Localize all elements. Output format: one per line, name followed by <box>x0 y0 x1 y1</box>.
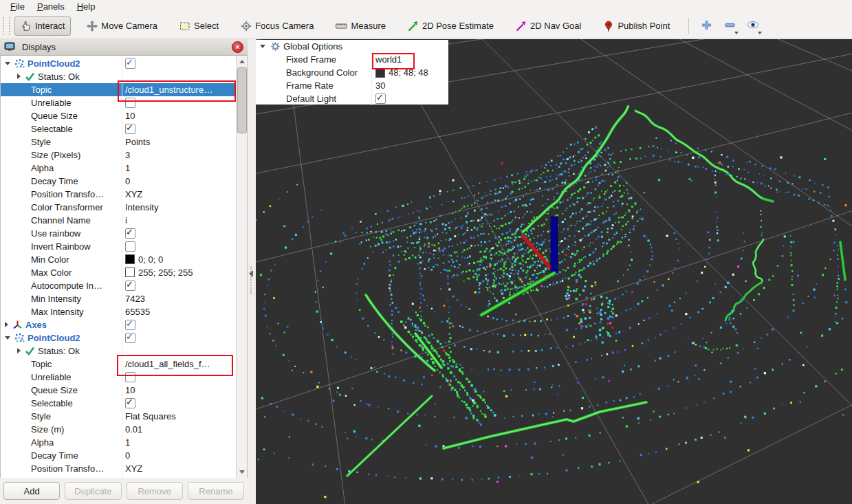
property-value[interactable]: 1 <box>125 437 130 448</box>
row-value-cell[interactable] <box>122 57 237 70</box>
checkbox-checked[interactable] <box>125 281 135 291</box>
tree-row-use-rainbow[interactable]: Use rainbow <box>1 227 237 240</box>
row-value-cell[interactable] <box>122 122 237 135</box>
displays-panel-titlebar[interactable]: Displays × <box>0 39 248 56</box>
property-value[interactable]: 0 <box>125 176 130 186</box>
tree-row-pointcloud2[interactable]: PointCloud2 <box>1 331 237 344</box>
tool-nav-goal[interactable]: 2D Nav Goal <box>510 17 587 36</box>
property-value[interactable]: 0 <box>125 450 130 461</box>
tree-row-alpha[interactable]: Alpha1 <box>1 436 237 449</box>
checkbox-unchecked[interactable] <box>125 98 135 108</box>
row-value-cell[interactable]: Intensity <box>122 201 237 214</box>
row-value-cell[interactable]: 0 <box>122 175 237 188</box>
menu-item-file[interactable]: File <box>4 1 31 12</box>
tree-row-selectable[interactable]: Selectable <box>1 397 237 410</box>
scroll-up-button[interactable] <box>237 56 247 67</box>
checkbox-checked[interactable] <box>125 320 135 330</box>
row-value-cell[interactable]: 10 <box>122 109 237 122</box>
tree-row-position-transfo-[interactable]: Position Transfo…XYZ <box>1 188 237 201</box>
tool-measure[interactable]: Measure <box>329 17 392 36</box>
viewport-canvas[interactable] <box>256 39 852 504</box>
row-value-cell[interactable] <box>122 397 237 410</box>
scrollbar-thumb[interactable] <box>237 67 247 133</box>
color-swatch[interactable] <box>375 68 385 78</box>
tree-row-autocompute-in-[interactable]: Autocompute In… <box>1 279 237 292</box>
checkbox-checked[interactable] <box>125 228 135 239</box>
row-value-cell[interactable]: 0.01 <box>122 423 237 436</box>
checkbox-checked[interactable] <box>125 124 135 134</box>
row-value-cell[interactable] <box>122 279 237 292</box>
tool-focus-camera[interactable]: Focus Camera <box>234 17 320 36</box>
tree-row-topic[interactable]: Topic/cloud1_all_fields_f… <box>1 358 237 371</box>
row-value-cell[interactable]: Intensity <box>122 475 237 478</box>
tool-pose-estimate[interactable]: 2D Pose Estimate <box>402 17 500 36</box>
color-swatch[interactable] <box>125 254 135 264</box>
checkbox-checked[interactable] <box>375 94 386 104</box>
row-value-cell[interactable]: 30 <box>371 79 448 92</box>
property-value[interactable]: /cloud1_unstructure… <box>125 85 212 95</box>
property-value[interactable]: 10 <box>125 385 135 395</box>
tool-interact[interactable]: Interact <box>14 17 71 36</box>
tree-row-decay-time[interactable]: Decay Time0 <box>1 449 237 462</box>
duplicate-button[interactable]: Duplicate <box>65 482 121 500</box>
tree-row-color-transformer[interactable]: Color TransformerIntensity <box>1 201 237 214</box>
row-value-cell[interactable]: Flat Squares <box>122 410 237 423</box>
row-value-cell[interactable]: 0 <box>122 449 237 462</box>
row-value-cell[interactable]: 3 <box>122 149 237 162</box>
global-option-frame-rate[interactable]: Frame Rate30 <box>256 79 448 92</box>
tree-row-status-ok[interactable]: Status: Ok <box>1 344 237 358</box>
property-value[interactable]: 0.01 <box>125 424 142 435</box>
row-value-cell[interactable]: XYZ <box>122 188 237 201</box>
tree-row-unreliable[interactable]: Unreliable <box>1 371 237 384</box>
row-value-cell[interactable]: XYZ <box>122 462 237 475</box>
tree-row-queue-size[interactable]: Queue Size10 <box>1 384 237 397</box>
row-value-cell[interactable]: 255; 255; 255 <box>122 266 237 279</box>
tree-row-pointcloud2[interactable]: PointCloud2 <box>1 57 237 70</box>
tree-row-queue-size[interactable]: Queue Size10 <box>1 109 237 122</box>
tree-row-decay-time[interactable]: Decay Time0 <box>1 175 237 188</box>
collapse-panel-icon[interactable] <box>249 270 253 277</box>
close-panel-button[interactable]: × <box>232 41 243 53</box>
tree-row-alpha[interactable]: Alpha1 <box>1 162 237 175</box>
row-value-cell[interactable] <box>122 70 237 83</box>
row-value-cell[interactable] <box>122 240 237 253</box>
dropdown-caret-icon[interactable] <box>734 32 739 34</box>
row-value-cell[interactable]: /cloud1_unstructure… <box>122 83 237 96</box>
checkbox-unchecked[interactable] <box>125 241 135 252</box>
row-value-cell[interactable]: 48; 48; 48 <box>371 66 448 79</box>
collapsed-arrow-icon[interactable] <box>17 74 21 79</box>
tree-row-invert-rainbow[interactable]: Invert Rainbow <box>1 240 237 253</box>
expanded-arrow-icon[interactable] <box>260 45 265 48</box>
row-value-cell[interactable] <box>122 344 237 358</box>
toolbar-grip[interactable] <box>3 17 10 35</box>
global-option-fixed-frame[interactable]: Fixed Frameworld1 <box>256 53 448 66</box>
tool-tool-visibility-button[interactable] <box>744 17 762 35</box>
color-value[interactable]: 48; 48; 48 <box>389 67 428 78</box>
tree-row-size-pixels-[interactable]: Size (Pixels)3 <box>1 149 237 162</box>
collapsed-arrow-icon[interactable] <box>5 322 8 327</box>
color-value[interactable]: 0; 0; 0 <box>138 254 163 265</box>
property-value[interactable]: 7423 <box>125 294 145 304</box>
global-option-background-color[interactable]: Background Color48; 48; 48 <box>256 66 448 79</box>
row-value-cell[interactable]: 10 <box>122 384 237 397</box>
tree-row-max-color[interactable]: Max Color255; 255; 255 <box>1 266 237 279</box>
tool-remove-tool-button[interactable] <box>721 17 739 35</box>
tree-row-unreliable[interactable]: Unreliable <box>1 96 237 109</box>
global-option-default-light[interactable]: Default Light <box>256 92 448 105</box>
tree-row-channel-name[interactable]: Channel Namei <box>1 214 237 227</box>
property-value[interactable]: 3 <box>125 150 130 160</box>
property-value[interactable]: Intensity <box>125 476 158 478</box>
row-value-cell[interactable]: 1 <box>122 162 237 175</box>
collapsed-arrow-icon[interactable] <box>17 348 21 353</box>
row-value-cell[interactable]: 7423 <box>122 292 237 305</box>
dropdown-caret-icon[interactable] <box>758 32 762 34</box>
color-swatch[interactable] <box>125 267 135 277</box>
tool-add-tool-button[interactable] <box>697 17 715 35</box>
property-value[interactable]: 10 <box>125 111 135 121</box>
row-value-cell[interactable]: 1 <box>122 436 237 449</box>
tree-row-size-m-[interactable]: Size (m)0.01 <box>1 423 237 436</box>
tree-row-max-intensity[interactable]: Max Intensity65535 <box>1 305 237 318</box>
menu-item-help[interactable]: Help <box>71 1 102 12</box>
row-value-cell[interactable]: /cloud1_all_fields_f… <box>122 358 237 371</box>
global-options-header[interactable]: Global Options <box>256 40 448 53</box>
